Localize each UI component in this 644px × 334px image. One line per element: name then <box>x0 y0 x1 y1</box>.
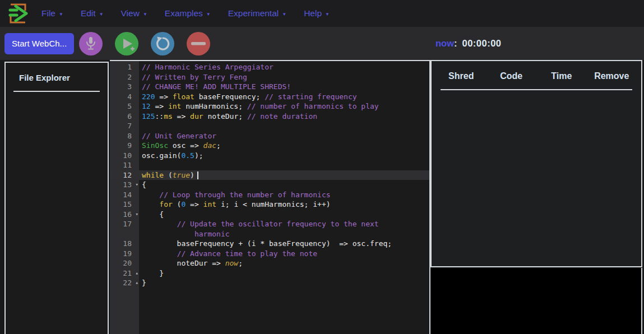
code-line: 512 => int numHarmonics; // number of ha… <box>110 101 429 112</box>
code-rows: 1// Harmonic Series Arpeggiator2// Writt… <box>110 62 429 288</box>
chevron-down-icon: ▼ <box>282 11 286 17</box>
shred-table-panel: ShredCodeTimeRemove <box>430 60 642 267</box>
line-number <box>110 229 139 239</box>
menu-bar: File▼Edit▼View▼Examples▼Experimental▼Hel… <box>0 0 644 27</box>
shred-table-header-code: Code <box>500 71 522 81</box>
menu-label: File <box>41 8 55 18</box>
code-line: 6125::ms => dur noteDur; // note duratio… <box>110 112 429 122</box>
microphone-icon <box>85 36 97 50</box>
chevron-down-icon: ▼ <box>143 11 147 17</box>
code-line: 10osc.gain(0.5); <box>110 151 429 161</box>
code-line: 14 // Loop through the number of harmoni… <box>110 190 429 200</box>
line-number: 11 <box>110 160 139 170</box>
fold-widget-icon[interactable]: ▾ <box>136 210 138 220</box>
line-number: 12 <box>110 170 139 180</box>
menu-help[interactable]: Help▼ <box>304 8 330 18</box>
code-line: 22▴} <box>110 278 429 288</box>
chevron-down-icon: ▼ <box>206 11 211 17</box>
remove-shred-button[interactable] <box>187 32 210 55</box>
code-line: 4220 => float baseFrequency; // starting… <box>110 92 429 102</box>
chevron-down-icon: ▼ <box>325 11 330 17</box>
fold-widget-icon[interactable]: ▴ <box>136 268 138 279</box>
code-line: 9SinOsc osc => dac; <box>110 141 429 151</box>
menu-label: Experimental <box>228 8 279 18</box>
now-colon: : <box>454 38 457 49</box>
play-plus-icon <box>118 35 135 52</box>
shred-table-header-shred: Shred <box>448 71 474 81</box>
play-add-shred-button[interactable] <box>115 32 138 55</box>
line-number: 3 <box>110 82 139 92</box>
line-number: 6 <box>110 112 139 122</box>
text-cursor <box>197 171 198 179</box>
line-number: 5 <box>110 101 139 112</box>
code-line: 1// Harmonic Series Arpeggiator <box>110 62 429 72</box>
file-explorer-title: File Explorer <box>19 73 108 82</box>
fold-widget-icon[interactable]: ▴ <box>136 278 138 288</box>
line-number: 18 <box>110 239 139 249</box>
code-line: 20 noteDur => now; <box>110 258 429 268</box>
code-line: 12while (true) <box>110 170 429 180</box>
code-line: 7 <box>110 121 429 131</box>
replace-shred-button[interactable] <box>151 32 174 55</box>
minus-icon <box>191 41 206 46</box>
menu-edit[interactable]: Edit▼ <box>81 8 104 18</box>
menu-label: View <box>121 8 140 18</box>
now-time-display: now : 00:00:00 <box>435 27 502 60</box>
visualizer-panel <box>430 268 642 334</box>
file-explorer-divider <box>13 91 100 92</box>
code-line: 3// CHANGE ME! ADD MULTIPLE SHREDS! <box>110 82 429 92</box>
line-number: 7 <box>110 121 139 131</box>
line-number: 10 <box>110 151 139 161</box>
line-number: 15 <box>110 200 139 210</box>
chuck-logo-icon <box>6 2 28 25</box>
line-number: 17 <box>110 219 139 229</box>
menu-items: File▼Edit▼View▼Examples▼Experimental▼Hel… <box>41 8 347 18</box>
toolbar: Start WebCh... now : 00:00:00 <box>0 27 644 60</box>
code-line: 13▾{ <box>110 180 429 190</box>
line-number: 21▴ <box>110 268 139 279</box>
menu-label: Edit <box>81 8 96 18</box>
code-line: 15 for (0 => int i; i < numHarmonics; i+… <box>110 200 429 210</box>
chuck-time-value: 00:00:00 <box>462 38 502 49</box>
now-label: now <box>435 38 454 49</box>
code-line: 19 // Advance time to play the note <box>110 249 429 259</box>
menu-file[interactable]: File▼ <box>41 8 63 18</box>
line-number: 20 <box>110 258 139 268</box>
shred-table-header-time: Time <box>551 71 572 81</box>
line-number: 2 <box>110 72 139 82</box>
line-number: 14 <box>110 190 139 200</box>
code-line: 16▾ { <box>110 210 429 220</box>
menu-view[interactable]: View▼ <box>121 8 147 18</box>
line-number: 1 <box>110 62 139 72</box>
code-line: 2// Written by Terry Feng <box>110 72 429 82</box>
code-editor[interactable]: 1// Harmonic Series Arpeggiator2// Writt… <box>110 60 430 334</box>
menu-examples[interactable]: Examples▼ <box>165 8 211 18</box>
code-line: 18 baseFrequency + (i * baseFrequency) =… <box>110 239 429 249</box>
file-explorer-panel: File Explorer <box>4 62 109 334</box>
code-line: 11 <box>110 160 429 170</box>
code-line: 8// Unit Generator <box>110 131 429 141</box>
menu-experimental[interactable]: Experimental▼ <box>228 8 286 18</box>
code-line: harmonic <box>110 229 429 239</box>
shred-table-divider <box>441 89 632 90</box>
main-area: File Explorer 1// Harmonic Series Arpegg… <box>0 60 644 334</box>
chevron-down-icon: ▼ <box>59 11 63 17</box>
menu-label: Help <box>304 8 322 18</box>
chevron-down-icon: ▼ <box>99 11 104 17</box>
line-number: 8 <box>110 131 139 141</box>
code-line: 21▴ } <box>110 268 429 279</box>
shred-table-header-remove: Remove <box>594 71 629 81</box>
menu-label: Examples <box>165 8 203 18</box>
line-number: 9 <box>110 141 139 151</box>
fold-widget-icon[interactable]: ▾ <box>136 180 138 190</box>
line-number: 19 <box>110 249 139 259</box>
replay-icon <box>155 36 170 52</box>
line-number: 13▾ <box>110 180 139 190</box>
code-line: 17 // Update the oscillator frequency to… <box>110 219 429 229</box>
line-number: 4 <box>110 92 139 102</box>
line-number: 22▴ <box>110 278 139 288</box>
line-number: 16▾ <box>110 210 139 220</box>
start-webchuck-button[interactable]: Start WebCh... <box>4 33 74 54</box>
microphone-button[interactable] <box>79 32 103 55</box>
shred-table-headers: ShredCodeTimeRemove <box>432 61 641 81</box>
